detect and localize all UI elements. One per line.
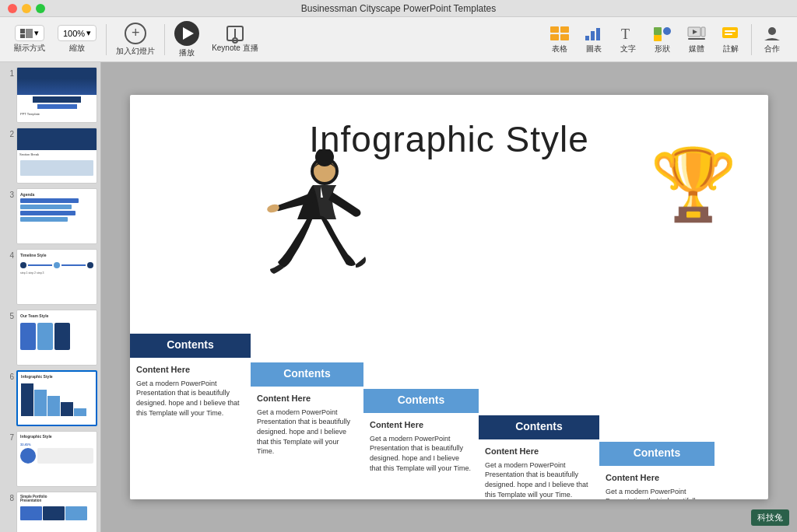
slide-item-6[interactable]: 6 Infographic Style bbox=[3, 370, 97, 426]
slide-item-3[interactable]: 3 Agenda bbox=[3, 188, 97, 244]
svg-rect-3 bbox=[550, 26, 559, 33]
slide-num-2: 2 bbox=[3, 128, 14, 138]
svg-rect-5 bbox=[550, 34, 559, 40]
step-3-body: Content Here Get a modern PowerPoint Pre… bbox=[363, 411, 479, 499]
media-group[interactable]: 媒體 bbox=[679, 22, 714, 58]
zoom-label: 縮放 bbox=[69, 43, 85, 54]
step-3-content-title: Content Here bbox=[370, 419, 472, 431]
slide-thumb-1[interactable]: PPT Template bbox=[16, 67, 97, 123]
slide-thumb-2[interactable]: Section Break bbox=[16, 128, 97, 184]
table-icon bbox=[549, 25, 571, 42]
svg-rect-19 bbox=[725, 30, 736, 32]
slide-item-8[interactable]: 8 Simple PortfolioPresentation bbox=[3, 492, 97, 532]
svg-point-23 bbox=[266, 203, 280, 214]
step-1-body: Content Here Get a modern PowerPoint Pre… bbox=[130, 355, 251, 499]
add-slide-button[interactable]: + bbox=[125, 23, 146, 44]
view-mode-button[interactable]: ▾ bbox=[15, 25, 44, 41]
divider-3 bbox=[751, 24, 752, 55]
slide-thumb-8[interactable]: Simple PortfolioPresentation bbox=[16, 492, 97, 532]
slide-item-7[interactable]: 7 Infographic Style 32.45% bbox=[3, 431, 97, 487]
keynote-group[interactable]: Keynote 直播 bbox=[205, 23, 264, 57]
collab-label: 合作 bbox=[764, 44, 780, 54]
window-controls[interactable] bbox=[8, 4, 45, 13]
table-label: 表格 bbox=[552, 44, 567, 54]
slide-num-1: 1 bbox=[3, 67, 14, 78]
shape-label: 形狀 bbox=[655, 44, 670, 54]
running-man-figure bbox=[239, 149, 379, 328]
slide-thumb-4[interactable]: Timeline Style step 1 step 2 step 3 bbox=[16, 249, 97, 305]
close-button[interactable] bbox=[8, 4, 17, 13]
slide-item-2[interactable]: 2 Section Break bbox=[3, 128, 97, 184]
view-mode-group[interactable]: ▾ 顯示方式 bbox=[8, 22, 51, 57]
slide-thumb-6[interactable]: Infographic Style bbox=[16, 370, 97, 426]
slide-thumb-3[interactable]: Agenda bbox=[16, 188, 97, 244]
svg-rect-20 bbox=[725, 33, 732, 35]
shape-group[interactable]: 形狀 bbox=[645, 22, 679, 58]
step-block-3: Contents Content Here Get a modern Power… bbox=[363, 389, 479, 499]
chart-group[interactable]: 圖表 bbox=[577, 22, 611, 58]
slide-item-4[interactable]: 4 Timeline Style step 1 step 2 step 3 bbox=[3, 249, 97, 305]
svg-rect-11 bbox=[654, 27, 662, 35]
main-layout: 1 PPT Template 2 Section Break 3 Agenda bbox=[0, 62, 797, 532]
divider-1 bbox=[106, 24, 107, 55]
view-mode-label: 顯示方式 bbox=[14, 43, 45, 54]
add-icon: + bbox=[125, 23, 146, 44]
svg-rect-18 bbox=[722, 27, 738, 38]
step-block-2: Contents Content Here Get a modern Power… bbox=[251, 362, 363, 499]
svg-rect-1 bbox=[20, 34, 25, 38]
step-4-content-text: Get a modern PowerPoint Presentation tha… bbox=[485, 460, 593, 499]
slide-item-1[interactable]: 1 PPT Template bbox=[3, 67, 97, 123]
slide-item-5[interactable]: 5 Our Team Style bbox=[3, 310, 97, 366]
svg-rect-7 bbox=[585, 36, 589, 40]
comment-icon bbox=[720, 25, 742, 42]
step-2-body: Content Here Get a modern PowerPoint Pre… bbox=[251, 384, 363, 499]
step-5-header: Contents bbox=[599, 442, 714, 464]
step-1-content-text: Get a modern PowerPoint Presentation tha… bbox=[136, 379, 244, 418]
comment-label: 註解 bbox=[723, 44, 739, 54]
trophy-icon: 🏆 bbox=[650, 149, 737, 219]
svg-rect-9 bbox=[596, 28, 600, 40]
collab-icon bbox=[761, 25, 783, 42]
slide-thumb-7[interactable]: Infographic Style 32.45% bbox=[16, 431, 97, 487]
slide-num-5: 5 bbox=[3, 310, 14, 320]
slide-panel[interactable]: 1 PPT Template 2 Section Break 3 Agenda bbox=[0, 62, 101, 532]
zoom-value: 100% bbox=[63, 29, 85, 38]
step-block-1: Contents Content Here Get a modern Power… bbox=[130, 334, 251, 499]
text-label: 文字 bbox=[620, 44, 636, 54]
window-title: Businessman Cityscape PowerPoint Templat… bbox=[301, 3, 497, 14]
play-label: 播放 bbox=[179, 47, 195, 58]
zoom-button[interactable]: 100% ▾ bbox=[58, 25, 97, 41]
slide-num-4: 4 bbox=[3, 249, 14, 260]
minimize-button[interactable] bbox=[22, 4, 31, 13]
step-2-header: Contents bbox=[251, 362, 363, 384]
collab-group[interactable]: 合作 bbox=[755, 22, 789, 58]
svg-rect-8 bbox=[591, 31, 595, 40]
slide-thumb-5[interactable]: Our Team Style bbox=[16, 310, 97, 366]
canvas-area: Infographic Style 🏆 bbox=[101, 62, 797, 532]
table-group[interactable]: 表格 bbox=[542, 22, 577, 58]
svg-rect-2 bbox=[26, 29, 33, 38]
footer-badge: 科技兔 bbox=[751, 509, 789, 526]
keynote-button[interactable] bbox=[226, 26, 244, 41]
maximize-button[interactable] bbox=[36, 4, 45, 13]
zoom-chevron: ▾ bbox=[86, 28, 91, 38]
slide-num-8: 8 bbox=[3, 492, 14, 502]
divider-2 bbox=[164, 24, 165, 55]
svg-text:T: T bbox=[621, 26, 630, 42]
svg-rect-13 bbox=[654, 35, 662, 41]
comment-group[interactable]: 註解 bbox=[714, 22, 748, 58]
play-button[interactable] bbox=[174, 21, 199, 46]
text-group[interactable]: T 文字 bbox=[611, 22, 645, 58]
svg-rect-4 bbox=[560, 26, 569, 33]
text-icon: T bbox=[617, 25, 639, 42]
play-group[interactable]: 播放 bbox=[168, 18, 205, 61]
chart-icon bbox=[583, 25, 605, 42]
step-4-header: Contents bbox=[479, 415, 599, 437]
step-2-content-text: Get a modern PowerPoint Presentation tha… bbox=[257, 408, 357, 457]
titlebar: Businessman Cityscape PowerPoint Templat… bbox=[0, 0, 797, 17]
zoom-group[interactable]: 100% ▾ 縮放 bbox=[51, 22, 103, 57]
steps-area: Contents Content Here Get a modern Power… bbox=[130, 334, 768, 499]
step-1-content-title: Content Here bbox=[136, 364, 244, 376]
slide-num-6: 6 bbox=[3, 370, 14, 381]
add-slide-group[interactable]: + 加入幻燈片 bbox=[110, 19, 161, 60]
